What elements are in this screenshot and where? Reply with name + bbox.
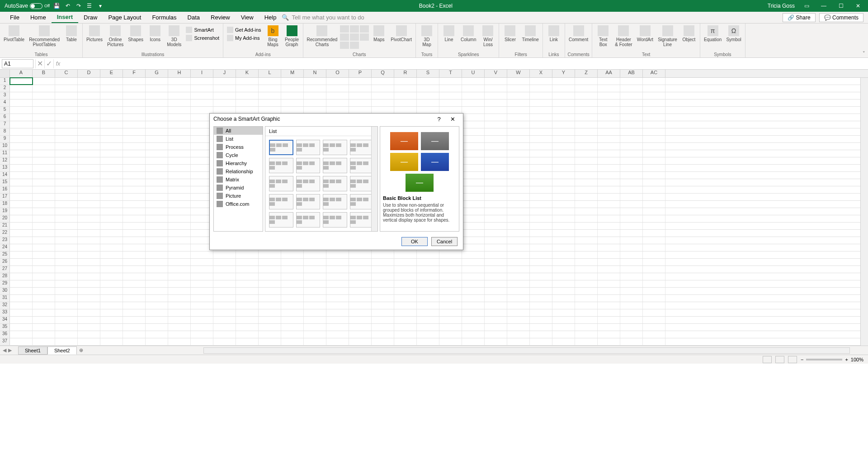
cell[interactable]: [123, 302, 146, 309]
cell[interactable]: [326, 331, 349, 338]
cell[interactable]: [598, 244, 620, 251]
cell[interactable]: [259, 251, 281, 258]
cell[interactable]: [55, 78, 78, 85]
cell[interactable]: [146, 215, 168, 222]
smartart-category-item[interactable]: Office.com: [214, 200, 263, 208]
symbol-button[interactable]: ΩSymbol: [724, 24, 743, 43]
cell[interactable]: [530, 85, 552, 92]
cell[interactable]: [507, 259, 530, 265]
cell[interactable]: [55, 237, 78, 244]
smartart-layout-thumb[interactable]: [323, 194, 347, 209]
cell[interactable]: [168, 201, 191, 208]
cell[interactable]: [100, 266, 123, 273]
cell[interactable]: [530, 92, 552, 99]
cell[interactable]: [462, 208, 485, 215]
cell[interactable]: [33, 288, 55, 294]
cell[interactable]: [643, 230, 665, 237]
cell[interactable]: [575, 150, 598, 157]
cell[interactable]: [417, 338, 439, 345]
row-header[interactable]: 11: [0, 150, 10, 157]
cell[interactable]: [304, 338, 326, 345]
cell[interactable]: [33, 302, 55, 309]
cell[interactable]: [462, 172, 485, 179]
cell[interactable]: [78, 92, 100, 99]
cell[interactable]: [146, 331, 168, 338]
cell[interactable]: [598, 309, 620, 316]
cell[interactable]: [55, 331, 78, 338]
cell[interactable]: [439, 251, 462, 258]
cell[interactable]: [304, 259, 326, 265]
cell[interactable]: [55, 223, 78, 229]
cell[interactable]: [33, 136, 55, 142]
cell[interactable]: [372, 288, 394, 294]
cell[interactable]: [643, 194, 665, 200]
cell[interactable]: [100, 100, 123, 106]
page-layout-view-icon[interactable]: [775, 356, 784, 363]
cell[interactable]: [643, 165, 665, 171]
comments-button[interactable]: 💬 Comments: [819, 13, 863, 22]
line-chart-icon[interactable]: [350, 25, 359, 33]
cell[interactable]: [146, 208, 168, 215]
cell[interactable]: [507, 309, 530, 316]
row-header[interactable]: 21: [0, 223, 10, 229]
cell[interactable]: [259, 78, 281, 85]
cell[interactable]: [281, 295, 304, 302]
cell[interactable]: [439, 85, 462, 92]
cell[interactable]: [100, 295, 123, 302]
cell[interactable]: [620, 208, 643, 215]
cell[interactable]: [485, 85, 507, 92]
cell[interactable]: [439, 273, 462, 280]
cell[interactable]: [168, 237, 191, 244]
cell[interactable]: [643, 266, 665, 273]
cell[interactable]: [643, 244, 665, 251]
cell[interactable]: [213, 259, 236, 265]
cell[interactable]: [213, 331, 236, 338]
cell[interactable]: [33, 244, 55, 251]
cell[interactable]: [530, 331, 552, 338]
cell[interactable]: [259, 309, 281, 316]
cell[interactable]: [33, 223, 55, 229]
column-header[interactable]: Z: [575, 70, 598, 77]
cell[interactable]: [326, 295, 349, 302]
cell[interactable]: [462, 100, 485, 106]
row-header[interactable]: 28: [0, 273, 10, 280]
cell[interactable]: [417, 259, 439, 265]
cell[interactable]: [304, 280, 326, 287]
cell[interactable]: [485, 172, 507, 179]
smartart-layout-thumb[interactable]: [296, 140, 321, 155]
cell[interactable]: [123, 309, 146, 316]
cell[interactable]: [462, 92, 485, 99]
cell[interactable]: [100, 338, 123, 345]
cell[interactable]: [55, 179, 78, 186]
collapse-ribbon-icon[interactable]: ˅: [863, 51, 865, 57]
cell[interactable]: [575, 179, 598, 186]
cell[interactable]: [598, 194, 620, 200]
cell[interactable]: [417, 78, 439, 85]
cell[interactable]: [439, 92, 462, 99]
cell[interactable]: [598, 201, 620, 208]
cell[interactable]: [462, 201, 485, 208]
column-header[interactable]: E: [100, 70, 123, 77]
cell[interactable]: [575, 317, 598, 323]
cell[interactable]: [55, 92, 78, 99]
cell[interactable]: [598, 100, 620, 106]
cell[interactable]: [530, 100, 552, 106]
cell[interactable]: [417, 324, 439, 331]
cell[interactable]: [304, 78, 326, 85]
cell[interactable]: [191, 295, 213, 302]
cell[interactable]: [417, 309, 439, 316]
cell[interactable]: [10, 150, 33, 157]
cell[interactable]: [643, 186, 665, 193]
cell[interactable]: [485, 237, 507, 244]
bing-maps-button[interactable]: bBing Maps: [264, 24, 282, 48]
cell[interactable]: [485, 244, 507, 251]
smartart-layout-thumb[interactable]: [323, 176, 347, 191]
cell[interactable]: [213, 317, 236, 323]
zoom-slider[interactable]: [806, 359, 842, 360]
cell[interactable]: [552, 295, 575, 302]
cell[interactable]: [620, 251, 643, 258]
cell[interactable]: [78, 78, 100, 85]
cell[interactable]: [598, 266, 620, 273]
3d-models-button[interactable]: 3D Models: [165, 24, 183, 48]
cell[interactable]: [10, 143, 33, 150]
